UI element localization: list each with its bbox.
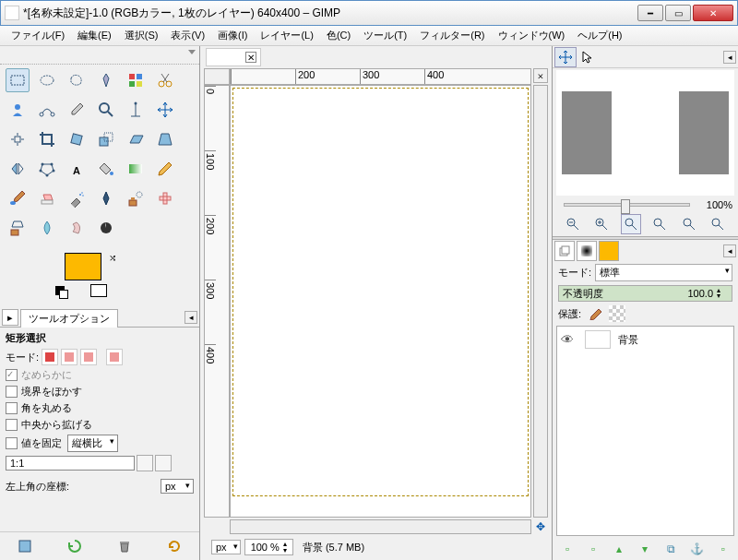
layer-mode-combo[interactable]: 標準 xyxy=(595,264,732,281)
new-group-icon[interactable]: ▫ xyxy=(585,541,601,557)
nav-menu-icon[interactable]: ◂ xyxy=(723,51,736,64)
menu-filter[interactable]: フィルター(R) xyxy=(414,27,490,44)
ratio-input[interactable] xyxy=(6,456,135,471)
eraser-tool[interactable] xyxy=(35,186,59,210)
mode-intersect[interactable] xyxy=(106,349,123,365)
lock-pixels-icon[interactable] xyxy=(587,305,603,322)
save-options-icon[interactable] xyxy=(15,536,35,556)
layer-item-background[interactable]: 👁 背景 xyxy=(557,327,733,352)
menu-window[interactable]: ウィンドウ(W) xyxy=(493,27,571,44)
menu-file[interactable]: ファイル(F) xyxy=(6,27,70,44)
cage-tool[interactable] xyxy=(35,157,59,181)
tab-menu-icon[interactable]: ◂ xyxy=(184,311,197,324)
mode-replace[interactable] xyxy=(42,349,58,365)
airbrush-tool[interactable] xyxy=(65,186,89,210)
rotate-tool[interactable] xyxy=(65,127,89,151)
opacity-slider[interactable]: 不透明度 100.0 ▴▾ xyxy=(558,285,732,302)
feather-checkbox[interactable] xyxy=(6,386,18,398)
zoom-out-icon[interactable] xyxy=(563,214,583,234)
navigator-preview[interactable] xyxy=(556,70,734,196)
scale-tool[interactable] xyxy=(94,127,118,151)
smudge-tool[interactable] xyxy=(65,216,89,240)
background-color[interactable] xyxy=(90,284,107,297)
default-colors-icon[interactable] xyxy=(55,286,66,297)
foreground-select-tool[interactable] xyxy=(6,98,30,122)
navigation-corner-icon[interactable]: ✥ xyxy=(533,519,548,534)
menu-edit[interactable]: 編集(E) xyxy=(72,27,117,44)
zoom-100-icon[interactable] xyxy=(621,214,641,234)
nav-pointer-icon[interactable] xyxy=(577,47,599,67)
fuzzy-select-tool[interactable] xyxy=(94,68,118,92)
foreground-color[interactable] xyxy=(65,253,101,280)
nav-move-icon[interactable] xyxy=(554,47,577,67)
tab-close-icon[interactable]: ✕ xyxy=(245,52,256,63)
menu-layer[interactable]: レイヤー(L) xyxy=(255,27,318,44)
free-select-tool[interactable] xyxy=(65,68,89,92)
menu-help[interactable]: ヘルプ(H) xyxy=(572,27,627,44)
vertical-ruler[interactable]: 0 100 200 300 400 xyxy=(204,85,230,518)
move-tool[interactable] xyxy=(153,98,177,122)
tool-options-tab[interactable]: ツールオプション xyxy=(20,309,118,328)
zoom-slider[interactable] xyxy=(564,203,690,207)
paths-tab[interactable] xyxy=(599,241,619,261)
bucket-fill-tool[interactable] xyxy=(94,157,118,181)
round-checkbox[interactable] xyxy=(6,402,18,414)
by-color-select-tool[interactable] xyxy=(124,68,148,92)
blend-tool[interactable] xyxy=(124,157,148,181)
horizontal-ruler[interactable]: 200 300 400 xyxy=(230,68,531,85)
raise-layer-icon[interactable]: ▴ xyxy=(611,541,627,557)
minimize-button[interactable]: ━ xyxy=(637,5,663,21)
zoom-shrink-icon[interactable] xyxy=(708,214,728,234)
delete-layer-icon[interactable]: ▫ xyxy=(715,541,732,557)
status-unit-combo[interactable]: px xyxy=(211,540,241,554)
zoom-tool[interactable] xyxy=(94,98,118,122)
new-layer-icon[interactable]: ▫ xyxy=(559,541,576,557)
status-zoom[interactable]: 100 %▴▾ xyxy=(244,539,293,555)
menu-view[interactable]: 表示(V) xyxy=(165,27,210,44)
zoom-fit-icon[interactable] xyxy=(649,214,670,234)
ellipse-select-tool[interactable] xyxy=(35,68,59,92)
zoom-fill-icon[interactable] xyxy=(679,214,699,234)
portrait-button[interactable] xyxy=(137,455,153,471)
maximize-button[interactable]: ▭ xyxy=(665,5,691,21)
quickmask-toggle[interactable]: ⨉ xyxy=(533,68,548,83)
clone-tool[interactable] xyxy=(124,186,148,210)
ink-tool[interactable] xyxy=(94,186,118,210)
expand-checkbox[interactable] xyxy=(6,419,18,431)
heal-tool[interactable] xyxy=(153,186,177,210)
paths-tool[interactable] xyxy=(35,98,59,122)
unit-combo[interactable]: px xyxy=(161,479,194,494)
menu-tools[interactable]: ツール(T) xyxy=(358,27,412,44)
color-swatch[interactable]: ⤭ xyxy=(65,253,120,297)
mode-subtract[interactable] xyxy=(80,349,97,365)
lock-alpha-icon[interactable] xyxy=(609,305,625,322)
toolbox-header[interactable] xyxy=(0,46,199,65)
perspective-clone-tool[interactable] xyxy=(6,216,30,240)
pencil-tool[interactable] xyxy=(153,157,177,181)
canvas[interactable] xyxy=(230,85,531,518)
channels-tab[interactable] xyxy=(577,241,597,261)
lower-layer-icon[interactable]: ▾ xyxy=(637,541,653,557)
align-tool[interactable] xyxy=(6,127,30,151)
opacity-spinner[interactable]: ▴▾ xyxy=(717,288,728,299)
flip-tool[interactable] xyxy=(6,157,30,181)
crop-tool[interactable] xyxy=(35,127,59,151)
layers-tab[interactable] xyxy=(554,241,575,261)
scissors-tool[interactable] xyxy=(153,68,177,92)
measure-tool[interactable] xyxy=(124,98,148,122)
shear-tool[interactable] xyxy=(124,127,148,151)
swap-colors-icon[interactable]: ⤭ xyxy=(109,253,116,263)
fixed-combo[interactable]: 縦横比 xyxy=(67,435,118,452)
duplicate-layer-icon[interactable]: ⧉ xyxy=(663,541,680,557)
perspective-tool[interactable] xyxy=(153,127,177,151)
reset-options-icon[interactable] xyxy=(164,536,184,556)
text-tool[interactable]: A xyxy=(65,157,89,181)
vertical-scrollbar[interactable] xyxy=(533,85,548,518)
close-button[interactable]: ✕ xyxy=(693,5,733,21)
delete-options-icon[interactable] xyxy=(114,536,135,556)
anchor-layer-icon[interactable]: ⚓ xyxy=(689,541,706,557)
layer-list[interactable]: 👁 背景 xyxy=(556,326,734,536)
image-tab[interactable]: ✕ xyxy=(206,48,261,66)
menu-color[interactable]: 色(C) xyxy=(321,27,356,44)
tool-options-tab-icon[interactable]: ▸ xyxy=(2,309,18,326)
